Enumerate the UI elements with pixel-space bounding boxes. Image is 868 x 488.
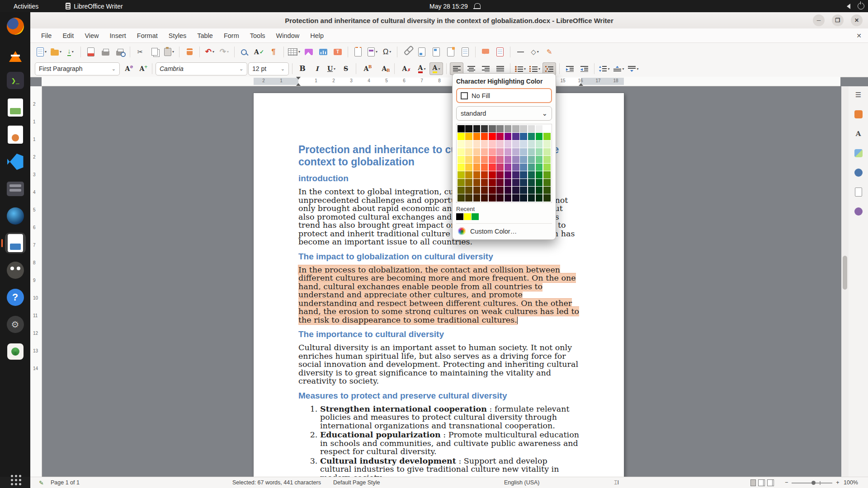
page-count[interactable]: Page 1 of 1	[51, 479, 80, 486]
color-swatch[interactable]	[505, 148, 512, 155]
bookmark-button[interactable]	[444, 46, 458, 58]
color-swatch[interactable]	[543, 164, 551, 171]
color-swatch[interactable]	[528, 179, 535, 186]
dock-item-gimp[interactable]	[5, 260, 26, 281]
dock-item-terminal[interactable]: ❯_	[5, 70, 26, 91]
color-swatch[interactable]	[496, 164, 504, 171]
color-swatch[interactable]	[528, 133, 535, 140]
signature-status-icon[interactable]: ✎	[39, 479, 43, 486]
color-swatch[interactable]	[520, 156, 527, 163]
superscript-button[interactable]: AB	[359, 62, 373, 75]
color-swatch[interactable]	[543, 141, 551, 148]
color-swatch[interactable]	[512, 125, 519, 132]
color-swatch[interactable]	[489, 125, 496, 132]
color-swatch[interactable]	[458, 164, 465, 171]
dock-item-software-store[interactable]	[5, 341, 26, 362]
special-character-button[interactable]: Ω▾	[380, 46, 394, 58]
color-swatch[interactable]	[543, 171, 551, 178]
color-swatch[interactable]	[520, 171, 527, 178]
insert-image-button[interactable]	[302, 46, 316, 58]
color-swatch[interactable]	[458, 171, 465, 178]
subscript-button[interactable]: AB	[377, 62, 391, 75]
color-swatch[interactable]	[520, 164, 527, 171]
color-swatch[interactable]	[543, 194, 551, 202]
color-swatch[interactable]	[473, 125, 481, 132]
document-page[interactable]: Protection and inheritance to cultural d…	[254, 93, 624, 477]
dock-item-vscode[interactable]	[5, 151, 26, 172]
color-swatch[interactable]	[536, 133, 543, 140]
sidebar-accessibility-icon[interactable]	[853, 206, 864, 217]
font-color-button[interactable]: A▾	[415, 62, 429, 75]
draw-functions-button[interactable]: ✎	[542, 46, 556, 58]
color-swatch[interactable]	[458, 187, 465, 194]
color-swatch[interactable]	[473, 194, 481, 202]
menu-styles[interactable]: Styles	[164, 30, 191, 41]
sidebar-styles-icon[interactable]: A	[853, 128, 864, 140]
redo-button[interactable]: ↷▾	[217, 46, 231, 58]
scrollbar-thumb[interactable]	[843, 256, 847, 290]
color-swatch[interactable]	[465, 187, 472, 194]
vertical-scrollbar[interactable]	[841, 86, 849, 477]
color-swatch[interactable]	[465, 164, 472, 171]
color-swatch[interactable]	[536, 179, 543, 186]
update-style-button[interactable]: A⊘	[121, 62, 134, 75]
color-swatch[interactable]	[520, 125, 527, 132]
doc-heading-measures[interactable]: Measures to protect and preserve cultura…	[298, 391, 581, 401]
color-swatch[interactable]	[505, 125, 512, 132]
activities-button[interactable]: Activities	[14, 3, 38, 10]
menu-window[interactable]: Window	[272, 30, 304, 41]
color-swatch[interactable]	[465, 141, 472, 148]
color-swatch[interactable]	[505, 194, 512, 202]
no-fill-button[interactable]: No Fill	[456, 88, 552, 103]
color-swatch[interactable]	[465, 125, 472, 132]
color-swatch[interactable]	[473, 164, 481, 171]
dock-item-libreoffice-calc[interactable]	[5, 97, 26, 118]
color-swatch[interactable]	[458, 194, 465, 202]
color-swatch[interactable]	[489, 148, 496, 155]
insert-field-button[interactable]: ▾	[366, 46, 379, 58]
color-swatch[interactable]	[481, 148, 488, 155]
color-swatch[interactable]	[489, 194, 496, 202]
insert-mode-icon[interactable]: ⌶I	[614, 479, 619, 486]
color-swatch[interactable]	[512, 156, 519, 163]
horizontal-ruler[interactable]: 21123456789101112131415161718	[42, 77, 840, 86]
color-swatch[interactable]	[536, 187, 543, 194]
zoom-slider-track[interactable]	[792, 483, 832, 483]
word-count[interactable]: Selected: 67 words, 441 characters	[232, 479, 321, 486]
paragraph-style-combobox[interactable]: First Paragraph⌄	[35, 62, 120, 75]
close-button[interactable]: ✕	[851, 14, 863, 26]
color-swatch[interactable]	[481, 133, 488, 140]
color-swatch[interactable]	[481, 156, 488, 163]
color-swatch[interactable]	[465, 194, 472, 202]
color-swatch[interactable]	[496, 141, 504, 148]
menu-tools[interactable]: Tools	[245, 30, 270, 41]
color-swatch[interactable]	[458, 179, 465, 186]
selected-text[interactable]: In the process to globalization, the con…	[298, 265, 579, 324]
new-document-button[interactable]: ▾	[35, 46, 48, 58]
color-swatch[interactable]	[528, 141, 535, 148]
save-button[interactable]: ↓▾	[64, 46, 77, 58]
track-changes-button[interactable]	[493, 46, 507, 58]
color-swatch[interactable]	[536, 148, 543, 155]
color-swatch[interactable]	[473, 156, 481, 163]
paragraph-spacing-increase-button[interactable]: ▾	[612, 62, 626, 75]
color-swatch[interactable]	[536, 194, 543, 202]
formatting-marks-button[interactable]: ¶	[267, 46, 280, 58]
menu-form[interactable]: Form	[219, 30, 244, 41]
color-swatch[interactable]	[489, 171, 496, 178]
color-swatch[interactable]	[458, 148, 465, 155]
dock-item-vlc[interactable]	[5, 43, 26, 64]
color-swatch[interactable]	[512, 179, 519, 186]
strikethrough-button[interactable]: S	[339, 62, 353, 75]
color-swatch[interactable]	[536, 125, 543, 132]
undo-button[interactable]: ↶▾	[203, 46, 217, 58]
color-swatch[interactable]	[512, 171, 519, 178]
color-swatch[interactable]	[473, 141, 481, 148]
sidebar-menu-icon[interactable]: ☰	[853, 89, 864, 101]
color-swatch[interactable]	[520, 194, 527, 202]
color-swatch[interactable]	[543, 125, 551, 132]
color-swatch[interactable]	[505, 179, 512, 186]
color-swatch[interactable]	[481, 194, 488, 202]
print-button[interactable]	[99, 46, 112, 58]
new-style-button[interactable]: A+	[135, 62, 149, 75]
